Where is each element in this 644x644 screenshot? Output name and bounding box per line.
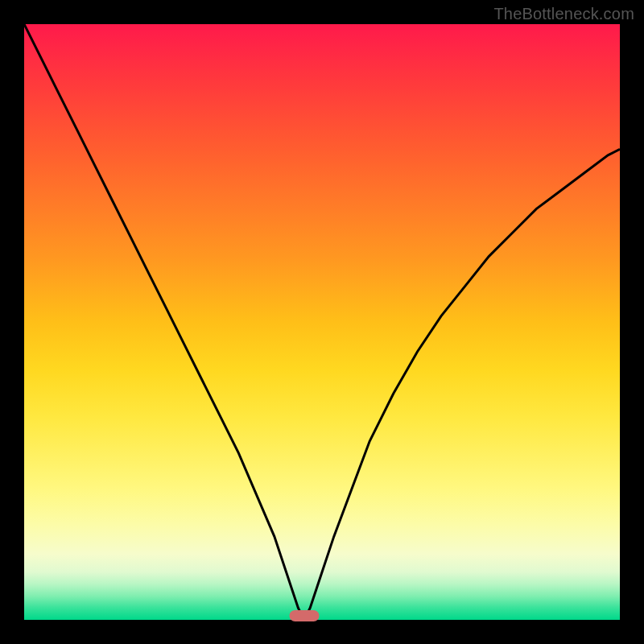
curve-svg bbox=[24, 24, 620, 620]
curve-left bbox=[24, 24, 304, 620]
watermark-text: TheBottleneck.com bbox=[493, 5, 634, 23]
curve-right bbox=[304, 149, 620, 620]
chart-frame: TheBottleneck.com bbox=[0, 0, 644, 644]
optimum-marker bbox=[289, 610, 319, 621]
plot-area bbox=[24, 24, 620, 620]
